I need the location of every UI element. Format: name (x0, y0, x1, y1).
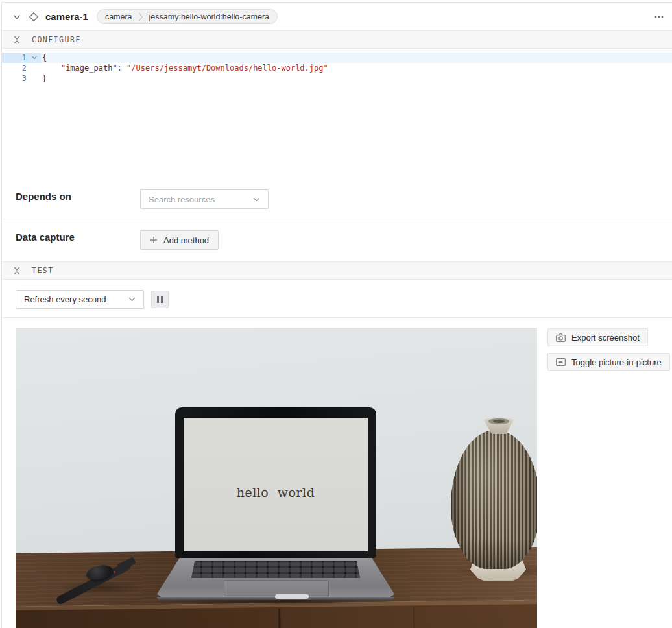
component-name: camera-1 (45, 11, 88, 22)
code-line-2: 2 "image_path": "/Users/jessamyt/Downloa… (2, 63, 672, 73)
laptop-keyboard (191, 561, 360, 578)
json-separator: : (117, 64, 126, 73)
depends-on-placeholder: Search resources (149, 195, 215, 204)
line-number: 1 (2, 53, 27, 63)
camera-icon (556, 333, 566, 342)
pause-icon (161, 296, 163, 303)
photo-laptop: hello world (157, 407, 394, 605)
picture-in-picture-icon (556, 358, 566, 366)
vase-striped-body (451, 430, 537, 569)
plus-icon (150, 236, 158, 244)
toggle-pip-label: Toggle picture-in-picture (571, 357, 662, 367)
add-method-button-label: Add method (163, 235, 209, 245)
line-number: 3 (2, 73, 27, 84)
code-rows: 1 { 2 "image_path": "/Users/jessamyt/Dow… (2, 49, 672, 84)
chevron-down-icon (253, 197, 260, 202)
collapse-configure-button[interactable] (12, 34, 22, 45)
code-line-1: 1 { (2, 53, 672, 63)
code-text: { (42, 53, 47, 63)
pause-refresh-button[interactable] (151, 291, 169, 308)
code-text: "image_path": "/Users/jessamyt/Downloads… (42, 63, 328, 73)
component-config-page: camera-1 camera jessamy:hello-world:hell… (0, 0, 672, 628)
component-menu-button[interactable] (653, 14, 666, 20)
toggle-pip-button[interactable]: Toggle picture-in-picture (547, 353, 670, 371)
add-method-button[interactable]: Add method (140, 230, 219, 250)
laptop-lid-notch (275, 594, 309, 599)
chevron-down-icon (13, 13, 21, 21)
json-string-value: "/Users/jessamyt/Downloads/hello-world.j… (126, 64, 328, 73)
collapse-vertical-icon (13, 267, 21, 275)
test-divider (2, 317, 672, 318)
data-capture-label: Data capture (16, 232, 75, 243)
export-screenshot-button[interactable]: Export screenshot (547, 328, 648, 346)
chevron-down-icon (128, 297, 136, 302)
code-indent (42, 64, 61, 73)
component-type-tag: camera (105, 12, 132, 21)
component-tags: camera jessamy:hello-world:hello-camera (97, 9, 278, 24)
watch-crown (114, 571, 115, 573)
test-section-bar: TEST (2, 261, 672, 280)
refresh-rate-select[interactable]: Refresh every second (16, 290, 144, 309)
section-divider (2, 219, 672, 219)
line-number: 2 (2, 63, 27, 73)
laptop-screen-text: hello world (237, 485, 315, 551)
code-line-3: 3 } (2, 73, 672, 84)
laptop-screen: hello world (184, 418, 368, 551)
configure-section-label: CONFIGURE (32, 35, 81, 44)
camera-stream-image: hello world (16, 328, 537, 628)
ellipsis-icon (654, 15, 664, 19)
component-header: camera-1 camera jessamy:hello-world:hell… (2, 3, 672, 30)
component-model-tag: jessamy:hello-world:hello-camera (149, 12, 270, 21)
collapse-vertical-icon (13, 36, 21, 44)
photo-vase (451, 418, 537, 584)
photo-watch (55, 555, 159, 610)
chevron-right-icon (138, 12, 143, 21)
test-section-label: TEST (32, 266, 54, 275)
export-screenshot-label: Export screenshot (571, 333, 640, 343)
config-code-editor[interactable]: 1 { 2 "image_path": "/Users/jessamyt/Dow… (2, 49, 672, 180)
json-key: "image_path" (61, 64, 117, 73)
configure-section-bar: CONFIGURE (2, 30, 672, 49)
refresh-rate-value: Refresh every second (24, 295, 106, 304)
code-fold-icon[interactable] (27, 56, 42, 60)
diamond-component-icon (29, 12, 39, 22)
vase-mouth-opening (493, 420, 505, 423)
code-text: } (42, 73, 47, 84)
depends-on-select[interactable]: Search resources (140, 189, 269, 209)
depends-on-label: Depends on (16, 191, 71, 202)
collapse-component-button[interactable] (12, 12, 22, 22)
pause-icon (157, 296, 159, 303)
collapse-test-button[interactable] (12, 265, 22, 276)
